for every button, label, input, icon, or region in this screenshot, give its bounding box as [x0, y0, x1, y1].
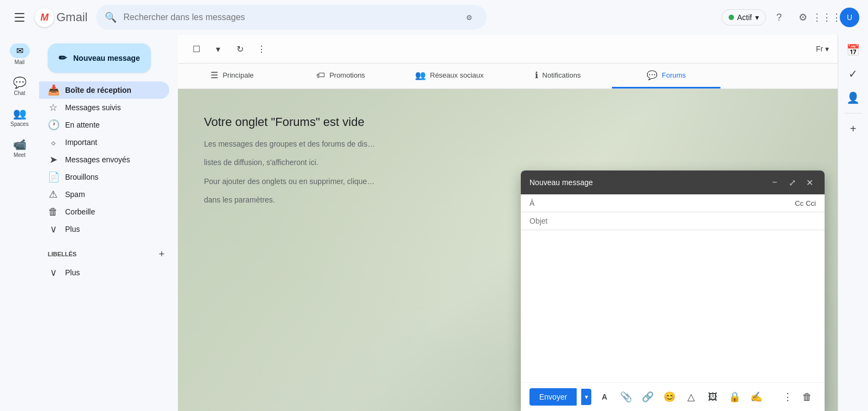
- more-toolbar-button[interactable]: ⋮: [252, 39, 271, 59]
- confidential-mode-button[interactable]: 🔒: [726, 388, 743, 406]
- nav-item-more-labels[interactable]: ∨ Plus: [39, 264, 169, 281]
- tab-notifications[interactable]: ℹ Notifications: [503, 64, 612, 88]
- add-app-button[interactable]: +: [843, 118, 864, 140]
- tab-reseaux[interactable]: 👥 Réseaux sociaux: [395, 64, 503, 88]
- status-button[interactable]: Actif ▾: [722, 9, 766, 26]
- important-label: Important: [65, 138, 161, 147]
- important-icon: ⬦: [48, 137, 59, 148]
- contacts-button[interactable]: 👤: [843, 87, 864, 109]
- tasks-icon: ✓: [848, 67, 858, 80]
- hamburger-menu-button[interactable]: [9, 7, 30, 28]
- reseaux-tab-label: Réseaux sociaux: [430, 71, 484, 79]
- starred-icon: ☆: [48, 102, 59, 113]
- help-icon: ?: [776, 12, 782, 23]
- compose-body[interactable]: [521, 230, 825, 382]
- forums-empty-message: Votre onglet "Forums" est vide Les messa…: [178, 89, 503, 239]
- search-icon: 🔍: [105, 11, 117, 23]
- meet-icon-label: Meet: [14, 152, 25, 158]
- forums-empty-text3: Pour ajouter des onglets ou en supprimer…: [204, 175, 477, 187]
- trash-label: Corbeille: [65, 207, 161, 216]
- maximize-icon: ⤢: [789, 178, 796, 188]
- language-button[interactable]: Fr ▾: [816, 45, 829, 53]
- nav-item-drafts[interactable]: 📄 Brouillons: [39, 168, 169, 186]
- chat-icon-label: Chat: [14, 90, 25, 96]
- nav-item-sent[interactable]: ➤ Messages envoyés: [39, 151, 169, 168]
- apps-button[interactable]: ⋮⋮⋮: [816, 7, 838, 28]
- insert-link-button[interactable]: 🔗: [639, 388, 656, 406]
- search-options-icon: ⚙: [466, 14, 473, 22]
- sent-icon: ➤: [48, 154, 59, 166]
- compose-subject-input[interactable]: [529, 217, 816, 225]
- compose-window-title: Nouveau message: [529, 178, 768, 187]
- spam-icon: ⚠: [48, 188, 59, 200]
- drafts-label: Brouillons: [65, 173, 161, 181]
- settings-button[interactable]: ⚙: [792, 7, 814, 28]
- more-options-button[interactable]: ⋮: [779, 388, 796, 406]
- nav-item-more-folders[interactable]: ∨ Plus: [39, 220, 169, 238]
- compose-bcc-button[interactable]: Cci: [806, 199, 816, 207]
- add-label-button[interactable]: +: [154, 246, 169, 262]
- nav-item-inbox[interactable]: 📥 Boîte de réception: [39, 81, 169, 99]
- send-button[interactable]: Envoyer: [529, 388, 577, 406]
- insert-drive-button[interactable]: △: [682, 388, 700, 406]
- tab-promotions[interactable]: 🏷 Promotions: [286, 64, 395, 88]
- principale-tab-icon: ☰: [210, 70, 218, 80]
- nav-item-snoozed[interactable]: 🕐 En attente: [39, 116, 169, 134]
- nav-item-starred[interactable]: ☆ Messages suivis: [39, 99, 169, 116]
- notifications-tab-icon: ℹ: [535, 70, 538, 80]
- sidebar-icon-chat[interactable]: 💬 Chat: [0, 72, 39, 100]
- compose-maximize-button[interactable]: ⤢: [786, 176, 799, 189]
- compose-button[interactable]: ✏ Nouveau message: [48, 43, 151, 73]
- more-folders-label: Plus: [65, 225, 161, 233]
- lock-icon: 🔒: [729, 391, 741, 403]
- send-dropdown-button[interactable]: ▾: [581, 389, 591, 405]
- calendar-button[interactable]: 📅: [843, 39, 864, 61]
- sidebar-icon-spaces[interactable]: 👥 Spaces: [0, 103, 39, 131]
- format-text-icon: A: [602, 393, 607, 401]
- sidebar-icon-mail[interactable]: ✉ Mail: [0, 39, 39, 69]
- compose-footer-right: ⋮ 🗑: [779, 388, 816, 406]
- drafts-icon: 📄: [48, 171, 59, 183]
- add-icon: +: [850, 123, 857, 135]
- inbox-label: Boîte de réception: [65, 86, 161, 94]
- photo-icon: 🖼: [708, 391, 718, 403]
- refresh-button[interactable]: ↻: [230, 39, 250, 59]
- compose-minimize-button[interactable]: −: [768, 176, 781, 189]
- signature-button[interactable]: ✍: [748, 388, 765, 406]
- tab-forums[interactable]: 💬 Forums: [612, 64, 720, 88]
- sidebar-icons: ✉ Mail 💬 Chat 👥 Spaces 📹 Meet: [0, 35, 39, 411]
- tasks-button[interactable]: ✓: [843, 63, 864, 85]
- compose-to-input[interactable]: [539, 199, 790, 207]
- nav-item-spam[interactable]: ⚠ Spam: [39, 186, 169, 203]
- tab-principale[interactable]: ☰ Principale: [178, 64, 286, 88]
- nav-item-important[interactable]: ⬦ Important: [39, 134, 169, 151]
- compose-cc-bcc-buttons: Cc Cci: [795, 199, 816, 207]
- send-dropdown-icon: ▾: [585, 393, 588, 401]
- help-button[interactable]: ?: [768, 7, 790, 28]
- nav-item-trash[interactable]: 🗑 Corbeille: [39, 203, 169, 220]
- compose-cc-button[interactable]: Cc: [795, 199, 803, 207]
- search-input[interactable]: [123, 12, 454, 22]
- trash-icon: 🗑: [48, 206, 59, 218]
- compose-pencil-icon: ✏: [59, 52, 67, 64]
- settings-icon: ⚙: [799, 11, 807, 23]
- sidebar-icon-meet[interactable]: 📹 Meet: [0, 134, 39, 162]
- select-all-button[interactable]: ☐: [187, 39, 206, 59]
- attach-file-button[interactable]: 📎: [617, 388, 635, 406]
- select-dropdown-button[interactable]: ▾: [208, 39, 228, 59]
- chat-icon: 💬: [13, 76, 27, 89]
- format-text-button[interactable]: A: [596, 388, 613, 406]
- forums-empty-text2: listes de diffusion, s'afficheront ici.: [204, 156, 477, 168]
- compose-close-button[interactable]: ✕: [803, 176, 816, 189]
- compose-header[interactable]: Nouveau message − ⤢ ✕: [521, 170, 825, 194]
- attach-icon: 📎: [620, 391, 632, 403]
- search-options-button[interactable]: ⚙: [461, 9, 478, 26]
- discard-draft-button[interactable]: 🗑: [799, 388, 816, 406]
- dropdown-icon: ▾: [216, 44, 220, 54]
- reseaux-tab-icon: 👥: [415, 70, 426, 80]
- account-avatar[interactable]: U: [840, 8, 859, 27]
- forums-empty-text1: Les messages des groupes et des forums d…: [204, 138, 477, 150]
- insert-photo-button[interactable]: 🖼: [704, 388, 722, 406]
- insert-emoji-button[interactable]: 😊: [661, 388, 678, 406]
- calendar-icon: 📅: [846, 43, 860, 56]
